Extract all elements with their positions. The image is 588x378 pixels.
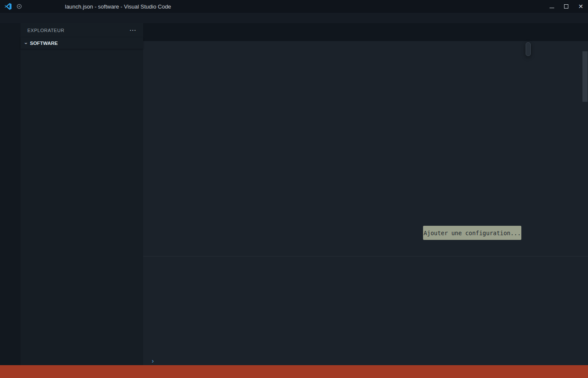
maximize-icon — [564, 4, 568, 9]
maximize-button[interactable] — [559, 0, 573, 13]
tab-bar — [143, 23, 588, 41]
debug-console-output — [143, 272, 588, 357]
menubar — [0, 13, 588, 23]
window-title: launch.json - software - Visual Studio C… — [65, 3, 171, 10]
status-bar — [0, 365, 588, 378]
panel-tabs — [143, 257, 588, 272]
vscode-logo-icon — [4, 3, 12, 10]
debug-console-prompt[interactable]: › — [143, 357, 588, 365]
titlebar: launch.json - software - Visual Studio C… — [0, 0, 588, 13]
window-controls: ✕ — [544, 0, 588, 13]
code-editor[interactable]: Ajouter une configuration... — [143, 51, 588, 256]
section-label: SOFTWARE — [30, 41, 58, 46]
add-configuration-button[interactable]: Ajouter une configuration... — [423, 226, 521, 240]
debug-toolbar — [526, 42, 531, 56]
file-tree — [21, 49, 143, 365]
vscode-window: launch.json - software - Visual Studio C… — [0, 0, 588, 378]
minimize-icon — [550, 8, 554, 8]
record-circle-icon — [16, 3, 22, 9]
minimize-button[interactable] — [544, 0, 559, 13]
bottom-panel: › — [143, 256, 588, 365]
section-header-software[interactable]: › SOFTWARE — [21, 38, 143, 49]
editor-scrollbar[interactable] — [582, 51, 588, 102]
breadcrumb — [143, 41, 588, 51]
sidebar-header: EXPLORATEUR ⋯ — [21, 23, 143, 38]
activity-bar — [0, 23, 21, 365]
sidebar-title: EXPLORATEUR — [27, 28, 65, 33]
editor-zone: Ajouter une configuration... › — [143, 23, 588, 365]
chevron-down-icon: › — [23, 40, 29, 46]
close-window-button[interactable]: ✕ — [573, 0, 588, 13]
main-region: EXPLORATEUR ⋯ › SOFTWARE Ajouter une con… — [0, 23, 588, 365]
more-icon[interactable]: ⋯ — [129, 27, 137, 34]
sidebar-explorer: EXPLORATEUR ⋯ › SOFTWARE — [21, 23, 143, 365]
